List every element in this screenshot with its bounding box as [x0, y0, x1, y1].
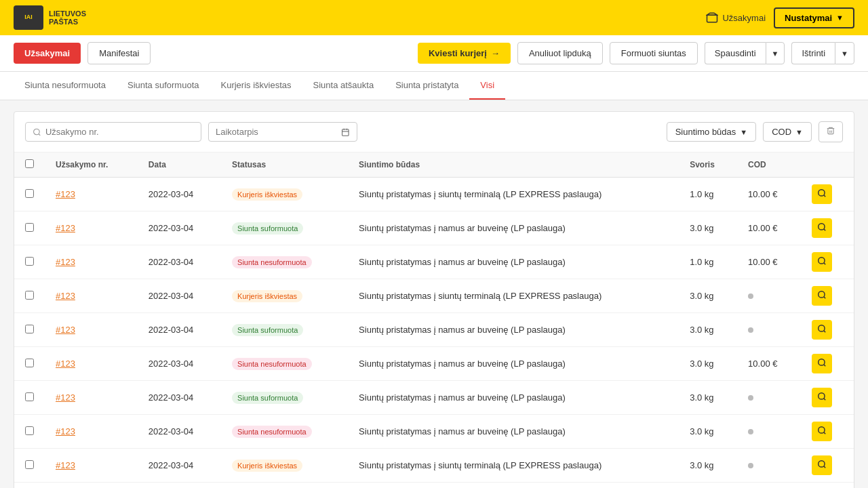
row-checkbox[interactable] [25, 291, 34, 300]
row-checkbox[interactable] [25, 392, 34, 401]
table-row: #123 2022-03-04 Siunta nesuformuota Siun… [14, 415, 854, 449]
status-badge: Siunta suformuota [232, 324, 303, 336]
header-uzsakymai-link[interactable]: Užsakymai [706, 12, 766, 24]
order-link[interactable]: #123 [56, 359, 75, 369]
tab-siunta-atsaukta[interactable]: Siunta atšaukta [302, 72, 385, 100]
col-header-actions [801, 152, 854, 178]
order-link[interactable]: #123 [56, 189, 75, 199]
spausdinti-dropdown-button[interactable]: ▼ [766, 42, 785, 64]
row-search-button[interactable] [812, 354, 832, 373]
status-badge: Siunta suformuota [232, 222, 303, 235]
cod-filter[interactable]: COD ▼ [763, 122, 812, 142]
anuliuoti-lipduka-button[interactable]: Anuliuot lipduką [517, 42, 603, 64]
cod-value: 10.00 € [748, 189, 777, 199]
row-checkbox[interactable] [25, 325, 34, 333]
siuntimo-budas-label: Siuntimo būdas [675, 127, 736, 137]
tabs-bar: Siunta nesuformuota Siunta suformuota Ku… [0, 72, 868, 100]
order-link[interactable]: #123 [56, 291, 75, 301]
svoris-cell: 3.0 kg [679, 313, 737, 347]
select-all-checkbox[interactable] [25, 159, 34, 168]
row-checkbox[interactable] [25, 359, 34, 367]
order-link[interactable]: #123 [56, 257, 75, 267]
siuntimo-budas-cell: Siuntų pristatymas į namus ar buveinę (L… [348, 313, 679, 347]
row-checkbox[interactable] [25, 460, 34, 469]
cod-cell [737, 415, 801, 449]
order-link[interactable]: #123 [56, 223, 75, 233]
date-input[interactable] [216, 127, 337, 137]
svg-rect-0 [707, 15, 717, 22]
status-badge: Kurjeris iškviestas [232, 460, 302, 472]
tab-siunta-suformuota[interactable]: Siunta suformuota [117, 72, 210, 100]
logo-area: IAI LIETUVOS PAŠTAS [14, 5, 86, 30]
tab-kurjeris-iskviestas[interactable]: Kurjeris iškviestas [210, 72, 302, 100]
cod-cell: 10.00 € [737, 245, 801, 279]
search-icon [817, 324, 827, 333]
search-icon [817, 188, 827, 198]
siuntimo-budas-cell: Siuntų pristatymas į namus ar buveinę (L… [348, 347, 679, 381]
box-icon [706, 12, 718, 24]
svoris-cell: 3.0 kg [679, 415, 737, 449]
filter-clear-button[interactable] [818, 121, 843, 142]
svoris-cell: 1.0 kg [679, 178, 737, 211]
cod-value: 10.00 € [748, 223, 777, 233]
istrinti-dropdown-button[interactable]: ▼ [835, 42, 854, 64]
spausdinti-split: Spausdinti ▼ [705, 42, 785, 64]
logo-brand-line1: LIETUVOS [49, 9, 86, 18]
arrow-right-icon: → [491, 48, 500, 58]
istrinti-button[interactable]: Ištrinti [791, 42, 835, 64]
order-link[interactable]: #123 [56, 325, 75, 335]
search-icon [817, 256, 827, 266]
svg-rect-2 [342, 129, 349, 136]
kviesti-kurjeri-button[interactable]: Kviesti kurjerį → [418, 43, 511, 64]
row-search-button[interactable] [812, 218, 832, 238]
row-checkbox[interactable] [25, 257, 34, 266]
date-wrap [208, 122, 357, 142]
cod-cell [737, 449, 801, 483]
siuntimo-budas-filter[interactable]: Siuntimo būdas ▼ [667, 122, 757, 142]
svoris-cell: 1.0 kg [679, 245, 737, 279]
istrinti-split: Ištrinti ▼ [791, 42, 854, 64]
chevron-down-icon: ▼ [795, 128, 803, 136]
col-header-statusas: Statusas [221, 152, 348, 178]
cod-cell [737, 381, 801, 415]
order-date: 2022-03-04 [138, 415, 221, 449]
siuntimo-budas-cell: Siuntų pristatymas į siuntų terminalą (L… [348, 449, 679, 483]
formuoti-siuntas-button[interactable]: Formuoti siuntas [610, 42, 698, 64]
siuntimo-budas-cell: Siuntų pristatymas į namus ar buveinę (L… [348, 415, 679, 449]
row-checkbox[interactable] [25, 223, 34, 232]
order-link[interactable]: #123 [56, 460, 75, 470]
manifestai-button[interactable]: Manifestai [87, 42, 151, 64]
kviesti-kurjeri-label: Kviesti kurjerį [429, 48, 487, 58]
search-input[interactable] [45, 127, 194, 137]
row-search-button[interactable] [812, 422, 832, 441]
svg-rect-7 [828, 129, 833, 134]
search-icon [817, 392, 827, 401]
svg-point-13 [818, 359, 825, 365]
siuntimo-budas-cell: Siuntų pristatymas į namus ar buveinę (L… [348, 211, 679, 245]
row-search-button[interactable] [812, 286, 832, 306]
svoris-cell: 3.0 kg [679, 211, 737, 245]
tab-visi[interactable]: Visi [469, 72, 505, 100]
chevron-down-icon: ▼ [841, 49, 848, 58]
spausdinti-button[interactable]: Spausdinti [705, 42, 766, 64]
order-link[interactable]: #123 [56, 392, 75, 403]
row-search-button[interactable] [812, 455, 832, 475]
uzsakymai-button[interactable]: Užsakymai [14, 43, 81, 64]
nustatymai-label: Nustatymai [785, 13, 832, 23]
row-checkbox[interactable] [25, 426, 34, 435]
row-search-button[interactable] [812, 184, 832, 204]
row-search-button[interactable] [812, 252, 832, 272]
tab-siunta-nesuformuota[interactable]: Siunta nesuformuota [14, 72, 117, 100]
search-icon [817, 290, 827, 300]
row-search-button[interactable] [812, 320, 832, 340]
row-search-button[interactable] [812, 388, 832, 407]
orders-table: Užsakymo nr. Data Statusas Siuntimo būda… [14, 152, 854, 483]
nustatymai-button[interactable]: Nustatymai ▼ [774, 7, 854, 28]
siuntimo-budas-cell: Siuntų pristatymas į namus ar buveinę (L… [348, 245, 679, 279]
order-link[interactable]: #123 [56, 426, 75, 436]
search-icon [817, 222, 827, 232]
row-checkbox[interactable] [25, 189, 34, 198]
tab-siunta-pristatyta[interactable]: Siunta pristatyta [384, 72, 469, 100]
header-uzsakymai-label: Užsakymai [722, 13, 766, 23]
cod-empty [748, 395, 753, 401]
